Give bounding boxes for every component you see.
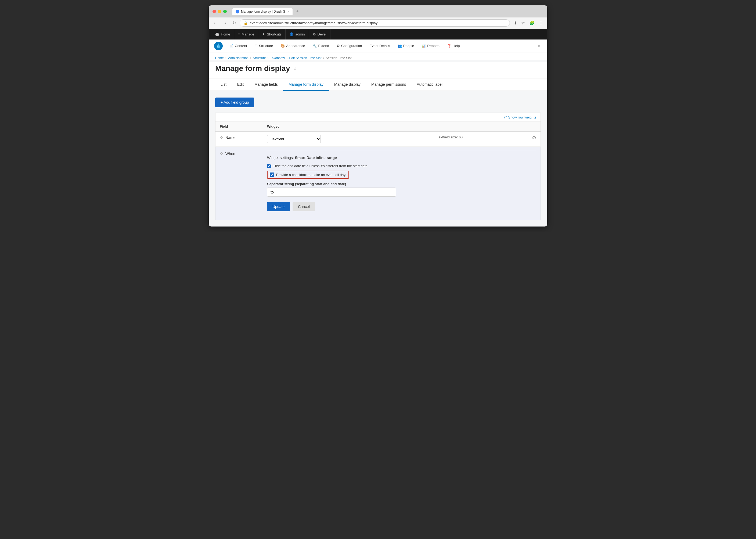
toolbar-home[interactable]: ⬤ Home bbox=[211, 29, 234, 39]
tab-manage-fields[interactable]: Manage fields bbox=[249, 78, 283, 91]
cancel-button[interactable]: Cancel bbox=[293, 202, 315, 211]
user-icon: 👤 bbox=[289, 32, 294, 36]
hide-end-date-label: Hide the end date field unless it's diff… bbox=[273, 164, 368, 168]
manage-icon: ≡ bbox=[238, 32, 240, 36]
lock-icon: 🔒 bbox=[244, 21, 248, 25]
tab-manage-permissions[interactable]: Manage permissions bbox=[366, 78, 411, 91]
toolbar-manage[interactable]: ≡ Manage bbox=[234, 29, 259, 39]
when-drag-handle[interactable]: ✛ bbox=[220, 151, 223, 156]
nav-appearance[interactable]: 🎨 Appearance bbox=[277, 39, 309, 52]
nav-event-details[interactable]: Event Details bbox=[366, 39, 394, 52]
minimize-button[interactable] bbox=[218, 10, 221, 13]
field-row-when: ✛ When Widget settings: Smart Date inlin… bbox=[215, 147, 541, 220]
config-label: Configuration bbox=[341, 44, 362, 48]
close-button[interactable] bbox=[212, 10, 216, 13]
back-button[interactable]: ← bbox=[211, 20, 219, 26]
menu-icon[interactable]: ⋮ bbox=[538, 20, 545, 26]
widget-settings-title: Widget settings: Smart Date inline range bbox=[267, 156, 531, 160]
manage-label: Manage bbox=[242, 32, 254, 36]
star-icon: ★ bbox=[262, 32, 265, 36]
tab-automatic-label[interactable]: Automatic label bbox=[411, 78, 448, 91]
maximize-button[interactable] bbox=[223, 10, 227, 13]
add-field-group-button[interactable]: + Add field group bbox=[215, 98, 254, 107]
forward-button[interactable]: → bbox=[221, 20, 229, 26]
breadcrumb-administration[interactable]: Administration bbox=[228, 56, 249, 60]
content-area: + Add field group ⇄ Show row weights bbox=[209, 91, 547, 226]
nav-collapse-button[interactable]: ⇤ bbox=[538, 43, 542, 49]
tab-icon bbox=[236, 10, 239, 13]
breadcrumb-taxonomy[interactable]: Taxonomy bbox=[270, 56, 285, 60]
checkbox-highlighted-container: Provide a checkbox to make an event all … bbox=[267, 171, 349, 179]
event-label: Event Details bbox=[369, 44, 390, 48]
reports-label: Reports bbox=[427, 44, 439, 48]
main-nav: 📄 Content ⊞ Structure 🎨 Appearance 🔧 Ext… bbox=[225, 39, 542, 52]
name-drag-handle[interactable]: ✛ bbox=[220, 135, 223, 140]
breadcrumb-sep-1: › bbox=[225, 56, 226, 60]
tab-close-icon[interactable]: ✕ bbox=[287, 10, 289, 13]
toolbar-admin[interactable]: 👤 admin bbox=[286, 29, 309, 39]
breadcrumb-edit-session[interactable]: Edit Session Time Slot bbox=[289, 56, 321, 60]
tab-title: Manage form display | Drush S bbox=[241, 10, 285, 13]
when-field-name: ✛ When bbox=[220, 151, 259, 156]
nav-content[interactable]: 📄 Content bbox=[225, 39, 251, 52]
widget-settings-prefix: Widget settings: bbox=[267, 156, 295, 160]
tab-edit[interactable]: Edit bbox=[232, 78, 249, 91]
nav-reports[interactable]: 📊 Reports bbox=[418, 39, 443, 52]
tab-list[interactable]: List bbox=[215, 78, 232, 91]
browser-tabs: Manage form display | Drush S ✕ + bbox=[232, 8, 535, 15]
traffic-lights bbox=[212, 10, 227, 13]
tab-manage-display[interactable]: Manage display bbox=[329, 78, 366, 91]
structure-icon: ⊞ bbox=[255, 44, 258, 48]
breadcrumb-bar: Home › Administration › Structure › Taxo… bbox=[209, 52, 547, 60]
content-label: Content bbox=[235, 44, 247, 48]
name-field-label: Name bbox=[225, 135, 235, 140]
when-field-label: When bbox=[225, 152, 235, 156]
show-row-weights-link[interactable]: ⇄ Show row weights bbox=[504, 115, 536, 119]
page-title: Manage form display bbox=[215, 64, 290, 73]
breadcrumb-sep-3: › bbox=[267, 56, 269, 60]
active-tab[interactable]: Manage form display | Drush S ✕ bbox=[232, 8, 293, 15]
share-icon[interactable]: ⬆ bbox=[512, 20, 518, 26]
bookmark-icon[interactable]: ☆ bbox=[520, 20, 526, 26]
nav-extend[interactable]: 🔧 Extend bbox=[309, 39, 333, 52]
breadcrumb-home[interactable]: Home bbox=[215, 56, 224, 60]
page-tabs: List Edit Manage fields Manage form disp… bbox=[209, 78, 547, 91]
new-tab-button[interactable]: + bbox=[294, 8, 301, 15]
breadcrumb-sep-4: › bbox=[286, 56, 287, 60]
toolbar-devel[interactable]: ⚙ Devel bbox=[309, 29, 331, 39]
all-day-checkbox[interactable] bbox=[270, 173, 274, 177]
admin-toolbar: ⬤ Home ≡ Manage ★ Shortcuts 👤 admin ⚙ De… bbox=[209, 29, 547, 39]
separator-input[interactable] bbox=[267, 188, 396, 197]
all-day-label: Provide a checkbox to make an event all … bbox=[276, 173, 346, 177]
breadcrumb-sep-5: › bbox=[323, 56, 324, 60]
toolbar-shortcuts[interactable]: ★ Shortcuts bbox=[258, 29, 286, 39]
update-button[interactable]: Update bbox=[267, 202, 290, 211]
name-field-name: ✛ Name bbox=[220, 135, 259, 140]
hide-end-date-checkbox[interactable] bbox=[267, 164, 271, 168]
secondary-nav: 💧 📄 Content ⊞ Structure 🎨 Appearance 🔧 E… bbox=[209, 39, 547, 52]
tab-manage-form-display[interactable]: Manage form display bbox=[283, 78, 329, 91]
home-circle-icon: ⬤ bbox=[215, 32, 219, 36]
favorite-star-icon[interactable]: ☆ bbox=[293, 66, 297, 71]
url-text: event.ddev.site/admin/structure/taxonomy… bbox=[250, 21, 377, 25]
extensions-icon[interactable]: 🧩 bbox=[528, 20, 536, 26]
admin-label: admin bbox=[295, 32, 305, 36]
browser-titlebar: Manage form display | Drush S ✕ + bbox=[209, 5, 547, 18]
fields-table: ⇄ Show row weights Field Widget bbox=[215, 113, 541, 220]
nav-configuration[interactable]: ⚙ Configuration bbox=[333, 39, 366, 52]
col-actions-header bbox=[430, 122, 541, 131]
nav-help[interactable]: ❓ Help bbox=[443, 39, 464, 52]
help-label: Help bbox=[453, 44, 460, 48]
drupal-logo[interactable]: 💧 bbox=[214, 41, 223, 50]
name-gear-icon[interactable]: ⚙ bbox=[532, 135, 536, 141]
nav-structure[interactable]: ⊞ Structure bbox=[251, 39, 277, 52]
refresh-button[interactable]: ↻ bbox=[231, 20, 238, 26]
breadcrumb-structure[interactable]: Structure bbox=[253, 56, 266, 60]
nav-people[interactable]: 👥 People bbox=[394, 39, 418, 52]
name-widget-select[interactable]: Textfield bbox=[267, 135, 321, 143]
when-settings-cell: Widget settings: Smart Date inline range… bbox=[263, 147, 541, 220]
address-bar[interactable]: 🔒 event.ddev.site/admin/structure/taxono… bbox=[240, 19, 510, 27]
checkbox-row-1: Hide the end date field unless it's diff… bbox=[267, 164, 531, 168]
name-widget-cell: Textfield bbox=[263, 131, 430, 147]
col-widget-header: Widget bbox=[263, 122, 430, 131]
